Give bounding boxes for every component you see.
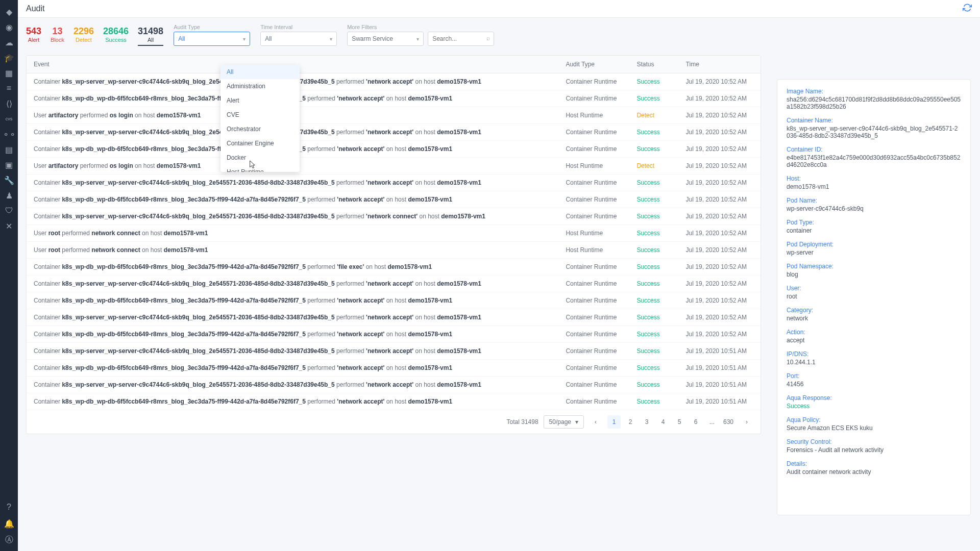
table-row[interactable]: User root performed network connect on h…: [27, 225, 761, 242]
dashboard-icon[interactable]: ◉: [0, 19, 18, 35]
table-row[interactable]: Container k8s_wp-server_wp-server-c9c474…: [27, 124, 761, 141]
filters-row: 543Alert13Block2296Detect28646Success314…: [26, 24, 972, 46]
page-number-button[interactable]: 1: [607, 415, 621, 429]
pagination: Total 31498 50/page ▾ ‹ 123456...630 ›: [27, 410, 761, 434]
table-row[interactable]: Container k8s_wp-db_wp-db-6f5fccb649-r8m…: [27, 259, 761, 276]
chevron-down-icon: ▾: [575, 418, 578, 425]
counter-detect[interactable]: 2296Detect: [74, 26, 94, 46]
per-page-select[interactable]: 50/page ▾: [544, 415, 584, 429]
dropdown-item[interactable]: Host Runtime: [220, 165, 300, 172]
user-avatar-icon[interactable]: Ⓐ: [0, 534, 18, 546]
page-number-button[interactable]: 630: [722, 415, 735, 429]
next-page-button[interactable]: ›: [740, 415, 753, 429]
detail-label: Pod Type:: [787, 219, 961, 226]
detail-row: Aqua Response: Success: [787, 394, 961, 410]
table-header[interactable]: Status: [629, 56, 678, 73]
table-row[interactable]: Container k8s_wp-server_wp-server-c9c474…: [27, 276, 761, 292]
chevron-down-icon: ▾: [416, 36, 419, 42]
settings-icon[interactable]: ✕: [0, 218, 18, 234]
dropdown-item[interactable]: Container Engine: [220, 136, 300, 151]
detail-value: wp-server-c9c4744c6-skb9q: [787, 205, 961, 212]
table-row[interactable]: Container k8s_wp-server_wp-server-c9c474…: [27, 343, 761, 360]
detail-label: User:: [787, 285, 961, 292]
network-icon[interactable]: ⚬⚬: [0, 127, 18, 142]
audit-type-label: Audit Type: [174, 24, 250, 30]
more-filters-label: More Filters: [347, 24, 494, 30]
table-header[interactable]: Audit Type: [558, 56, 629, 73]
security-icon[interactable]: ♟: [0, 188, 18, 203]
page-number-button[interactable]: 2: [624, 415, 637, 429]
page-number-button[interactable]: 6: [689, 415, 702, 429]
sidebar: ◆ ◉ ☁ 🎓 ▦ ≡ ⟨⟩ cvs ⚬⚬ ▤ ▣ 🔧 ♟ 🛡 ✕ ? 🔔 Ⓐ: [0, 0, 18, 551]
detail-row: Category: network: [787, 307, 961, 322]
detail-row: User: root: [787, 285, 961, 300]
counter-alert[interactable]: 543Alert: [26, 26, 41, 46]
time-interval-select[interactable]: All ▾: [260, 32, 337, 46]
counter-block[interactable]: 13Block: [51, 26, 64, 46]
detail-value: Forensics - Audit all network activity: [787, 446, 961, 454]
dropdown-item[interactable]: Administration: [220, 79, 300, 93]
detail-value: e4be817453f1e82a4c759e000d30d6932acc55a4…: [787, 154, 961, 168]
table-row[interactable]: Container k8s_wp-server_wp-server-c9c474…: [27, 174, 761, 191]
chevron-down-icon: ▾: [243, 36, 246, 42]
page-number-button[interactable]: 4: [656, 415, 670, 429]
dropdown-item[interactable]: Alert: [220, 93, 300, 108]
more-filters-select[interactable]: Swarm Service ▾: [347, 32, 424, 46]
notifications-icon[interactable]: 🔔: [0, 517, 18, 530]
table-row[interactable]: Container k8s_wp-db_wp-db-6f5fccb649-r8m…: [27, 90, 761, 107]
dropdown-item[interactable]: All: [220, 65, 300, 79]
servers-icon[interactable]: ▣: [0, 157, 18, 172]
detail-label: Category:: [787, 307, 961, 314]
table-row[interactable]: User root performed network connect on h…: [27, 242, 761, 259]
audit-table: EventAudit TypeStatusTime Container k8s_…: [26, 55, 761, 434]
help-icon[interactable]: ?: [0, 501, 18, 513]
detail-label: Container ID:: [787, 146, 961, 153]
dropdown-item[interactable]: CVE: [220, 108, 300, 122]
shield-icon[interactable]: 🛡: [0, 203, 18, 218]
detail-row: Container ID: e4be817453f1e82a4c759e000d…: [787, 146, 961, 168]
refresh-button[interactable]: [963, 3, 972, 14]
images-icon[interactable]: ▦: [0, 65, 18, 81]
table-row[interactable]: Container k8s_wp-db_wp-db-6f5fccb649-r8m…: [27, 141, 761, 158]
table-row[interactable]: Container k8s_wp-db_wp-db-6f5fccb649-r8m…: [27, 191, 761, 208]
table-row[interactable]: Container k8s_wp-db_wp-db-6f5fccb649-r8m…: [27, 360, 761, 377]
calendar-icon[interactable]: ▤: [0, 142, 18, 157]
detail-label: Details:: [787, 460, 961, 467]
table-row[interactable]: User artifactory performed os login on h…: [27, 107, 761, 124]
dropdown-item[interactable]: Orchestrator: [220, 122, 300, 136]
risk-icon[interactable]: ☁: [0, 35, 18, 50]
workloads-icon[interactable]: ≡: [0, 81, 18, 96]
cvs-icon[interactable]: cvs: [0, 111, 18, 127]
detail-label: Aqua Response:: [787, 394, 961, 402]
counter-all[interactable]: 31498All: [138, 26, 163, 46]
logo-icon[interactable]: ◆: [0, 4, 18, 19]
table-row[interactable]: Container k8s_wp-server_wp-server-c9c474…: [27, 377, 761, 393]
detail-value: network: [787, 315, 961, 322]
tools-icon[interactable]: 🔧: [0, 172, 18, 188]
code-icon[interactable]: ⟨⟩: [0, 96, 18, 111]
table-header[interactable]: Time: [679, 56, 761, 73]
table-row[interactable]: Container k8s_wp-server_wp-server-c9c474…: [27, 309, 761, 326]
graduation-icon[interactable]: 🎓: [0, 50, 18, 65]
table-row[interactable]: Container k8s_wp-db_wp-db-6f5fccb649-r8m…: [27, 326, 761, 343]
counter-success[interactable]: 28646Success: [103, 26, 129, 46]
table-row[interactable]: Container k8s_wp-server_wp-server-c9c474…: [27, 73, 761, 90]
detail-label: Security Control:: [787, 438, 961, 445]
detail-label: IP/DNS:: [787, 350, 961, 358]
search-input[interactable]: [428, 32, 494, 46]
page-number-button[interactable]: 3: [640, 415, 653, 429]
detail-row: Port: 41456: [787, 372, 961, 388]
page-number-button[interactable]: 5: [673, 415, 686, 429]
table-row[interactable]: Container k8s_wp-db_wp-db-6f5fccb649-r8m…: [27, 292, 761, 309]
chevron-down-icon: ▾: [330, 36, 332, 42]
page-number-button: ...: [705, 415, 719, 429]
table-row[interactable]: User artifactory performed os login on h…: [27, 158, 761, 174]
dropdown-item[interactable]: Docker: [220, 151, 300, 165]
table-row[interactable]: Container k8s_wp-db_wp-db-6f5fccb649-r8m…: [27, 393, 761, 410]
table-row[interactable]: Container k8s_wp-server_wp-server-c9c474…: [27, 208, 761, 225]
prev-page-button[interactable]: ‹: [589, 415, 602, 429]
detail-value: 41456: [787, 381, 961, 388]
detail-row: Host: demo1578-vm1: [787, 175, 961, 190]
detail-label: Image Name:: [787, 88, 961, 95]
audit-type-select[interactable]: All ▾: [174, 32, 250, 46]
